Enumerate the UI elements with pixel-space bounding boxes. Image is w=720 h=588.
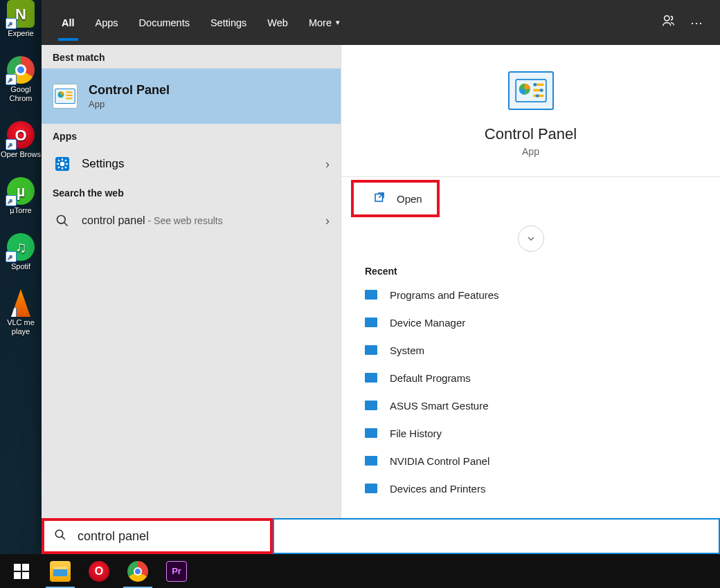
taskbar: O Pr bbox=[0, 554, 720, 588]
recent-item[interactable]: Device Manager bbox=[341, 309, 720, 336]
results-list: Best match Control Panel App Apps bbox=[42, 45, 341, 554]
rewards-icon[interactable] bbox=[655, 13, 683, 32]
tab-web[interactable]: Web bbox=[257, 0, 298, 45]
recent-item-label: NVIDIA Control Panel bbox=[390, 455, 489, 467]
recent-header: Recent bbox=[341, 260, 720, 281]
detail-pane: Control Panel App Open Recent Programs a… bbox=[341, 45, 720, 554]
open-button[interactable]: Open bbox=[351, 180, 440, 217]
start-button[interactable] bbox=[3, 554, 40, 588]
chevron-down-icon: ▾ bbox=[336, 18, 340, 27]
tab-more[interactable]: More▾ bbox=[298, 0, 350, 45]
windows-icon bbox=[14, 564, 29, 579]
best-match-title: Control Panel bbox=[89, 83, 170, 98]
svg-rect-4 bbox=[66, 95, 73, 96]
file-explorer-icon bbox=[50, 561, 71, 582]
search-tabs: All Apps Documents Settings Web More▾ ⋯ bbox=[42, 0, 720, 45]
premiere-icon: Pr bbox=[166, 561, 187, 582]
best-match-result[interactable]: Control Panel App bbox=[42, 68, 341, 124]
svg-rect-3 bbox=[66, 91, 73, 93]
best-match-header: Best match bbox=[42, 45, 341, 68]
recent-list: Programs and FeaturesDevice ManagerSyste… bbox=[341, 281, 720, 502]
search-box[interactable] bbox=[42, 518, 720, 554]
apps-header: Apps bbox=[42, 124, 341, 147]
svg-point-7 bbox=[60, 162, 64, 166]
recent-item-label: ASUS Smart Gesture bbox=[390, 400, 489, 412]
taskbar-explorer[interactable] bbox=[42, 554, 79, 588]
tab-documents[interactable]: Documents bbox=[129, 0, 200, 45]
control-panel-mini-icon bbox=[365, 428, 377, 438]
svg-line-17 bbox=[64, 223, 68, 226]
recent-item-label: File History bbox=[390, 428, 442, 439]
desktop-icon-opera[interactable]: OOper Brows bbox=[0, 121, 42, 159]
recent-item-label: Device Manager bbox=[390, 317, 465, 329]
recent-item[interactable]: Default Programs bbox=[341, 364, 720, 392]
svg-line-12 bbox=[58, 160, 60, 161]
svg-line-15 bbox=[58, 167, 60, 168]
recent-item-label: Devices and Printers bbox=[390, 483, 485, 495]
svg-line-28 bbox=[62, 536, 65, 540]
opera-icon: O bbox=[89, 561, 109, 582]
control-panel-icon bbox=[508, 71, 554, 110]
chrome-icon bbox=[127, 561, 148, 582]
recent-item-label: System bbox=[390, 344, 424, 356]
search-flyout: All Apps Documents Settings Web More▾ ⋯ … bbox=[42, 0, 720, 554]
recent-item-label: Default Programs bbox=[390, 372, 471, 384]
control-panel-mini-icon bbox=[365, 345, 377, 355]
result-web[interactable]: control panel - See web results › bbox=[42, 204, 341, 237]
result-settings[interactable]: Settings › bbox=[42, 147, 341, 181]
search-icon bbox=[53, 211, 72, 230]
open-label: Open bbox=[397, 193, 422, 205]
control-panel-mini-icon bbox=[365, 456, 377, 466]
gear-icon bbox=[53, 154, 72, 174]
web-query: control panel bbox=[82, 214, 145, 226]
recent-item[interactable]: NVIDIA Control Panel bbox=[341, 447, 720, 475]
search-icon bbox=[54, 529, 66, 544]
detail-title: Control Panel bbox=[355, 125, 706, 143]
svg-point-16 bbox=[57, 216, 66, 224]
detail-subtitle: App bbox=[355, 146, 706, 157]
web-hint: - See web results bbox=[145, 215, 223, 226]
svg-point-21 bbox=[533, 83, 537, 86]
tab-settings[interactable]: Settings bbox=[200, 0, 257, 45]
taskbar-chrome[interactable] bbox=[119, 554, 156, 588]
control-panel-mini-icon bbox=[365, 401, 377, 410]
desktop-icons: NExperie Googl Chrom OOper Brows µµTorre… bbox=[0, 0, 42, 354]
control-panel-mini-icon bbox=[365, 318, 377, 327]
search-input[interactable] bbox=[78, 529, 258, 544]
expand-button[interactable] bbox=[518, 226, 544, 252]
tab-apps[interactable]: Apps bbox=[85, 0, 129, 45]
svg-line-13 bbox=[65, 167, 66, 168]
chevron-right-icon: › bbox=[325, 214, 330, 228]
web-header: Search the web bbox=[42, 181, 341, 204]
svg-rect-5 bbox=[66, 98, 73, 99]
desktop-icon-spotify[interactable]: ♫Spotif bbox=[0, 233, 42, 271]
desktop-icon-chrome[interactable]: Googl Chrom bbox=[0, 56, 42, 103]
desktop-icon-nvidia[interactable]: NExperie bbox=[0, 0, 42, 38]
svg-point-23 bbox=[539, 89, 543, 92]
taskbar-opera[interactable]: O bbox=[80, 554, 118, 588]
recent-item[interactable]: Devices and Printers bbox=[341, 475, 720, 502]
recent-item[interactable]: System bbox=[341, 336, 720, 364]
control-panel-mini-icon bbox=[365, 484, 377, 493]
control-panel-mini-icon bbox=[365, 373, 377, 383]
more-options-icon[interactable]: ⋯ bbox=[683, 15, 710, 30]
recent-item[interactable]: ASUS Smart Gesture bbox=[341, 392, 720, 419]
best-match-subtitle: App bbox=[89, 99, 170, 109]
svg-line-14 bbox=[65, 160, 66, 161]
desktop-icon-vlc[interactable]: VLC me playe bbox=[0, 289, 42, 336]
recent-item[interactable]: Programs and Features bbox=[341, 281, 720, 309]
tab-all[interactable]: All bbox=[51, 0, 85, 45]
open-icon bbox=[373, 191, 386, 207]
control-panel-icon bbox=[53, 84, 78, 109]
svg-point-25 bbox=[535, 94, 539, 98]
chevron-right-icon: › bbox=[325, 157, 330, 172]
recent-item-label: Programs and Features bbox=[390, 289, 499, 301]
desktop-icon-utorrent[interactable]: µµTorre bbox=[0, 177, 42, 215]
recent-item[interactable]: File History bbox=[341, 419, 720, 447]
taskbar-premiere[interactable]: Pr bbox=[158, 554, 195, 588]
result-label: Settings bbox=[82, 157, 316, 171]
svg-point-0 bbox=[665, 16, 669, 21]
control-panel-mini-icon bbox=[365, 290, 377, 300]
svg-point-27 bbox=[55, 530, 63, 538]
